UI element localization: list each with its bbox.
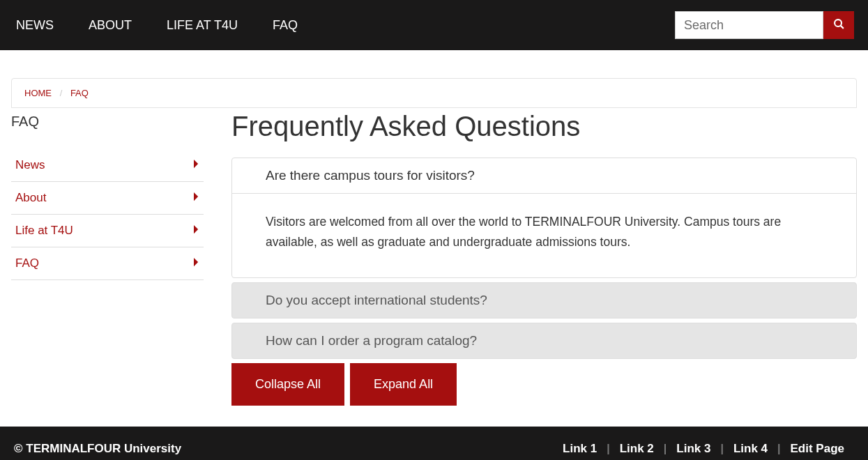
chevron-right-icon xyxy=(193,257,199,270)
accordion-header[interactable]: Do you accept international students? xyxy=(232,283,856,318)
footer-link-2[interactable]: Link 2 xyxy=(610,442,664,456)
chevron-right-icon xyxy=(193,159,199,171)
sidebar-item-label: News xyxy=(15,158,45,172)
footer-link-1[interactable]: Link 1 xyxy=(553,442,607,456)
accordion-header[interactable]: Are there campus tours for visitors? xyxy=(232,158,856,193)
nav-item-news[interactable]: NEWS xyxy=(16,18,54,33)
sidebar-item-news[interactable]: News xyxy=(11,149,204,182)
chevron-right-icon xyxy=(193,192,199,204)
breadcrumb-home[interactable]: HOME xyxy=(24,88,52,98)
sidebar-item-label: Life at T4U xyxy=(15,224,73,238)
chevron-right-icon xyxy=(193,224,199,237)
breadcrumb-sep: / xyxy=(60,88,63,98)
nav-item-about[interactable]: ABOUT xyxy=(89,18,132,33)
svg-line-1 xyxy=(840,26,843,29)
accordion-item-3: How can I order a program catalog? xyxy=(231,323,857,359)
nav-item-life[interactable]: LIFE AT T4U xyxy=(167,18,238,33)
main-layout: FAQ News About Life at T4U xyxy=(0,108,868,427)
search-icon xyxy=(833,18,845,32)
footer-copyright: © TERMINALFOUR University xyxy=(14,442,181,456)
sidebar-item-life[interactable]: Life at T4U xyxy=(11,215,204,247)
footer-link-4[interactable]: Link 4 xyxy=(724,442,777,456)
footer: © TERMINALFOUR University Link 1 | Link … xyxy=(0,427,868,460)
button-row: Collapse All Expand All xyxy=(231,363,857,406)
top-nav-items: NEWS ABOUT LIFE AT T4U FAQ xyxy=(14,18,298,33)
expand-all-button[interactable]: Expand All xyxy=(350,363,457,406)
search-button[interactable] xyxy=(823,11,854,39)
collapse-all-button[interactable]: Collapse All xyxy=(231,363,344,406)
breadcrumb: HOME / FAQ xyxy=(11,78,857,108)
sidebar: FAQ News About Life at T4U xyxy=(11,108,204,406)
accordion-header[interactable]: How can I order a program catalog? xyxy=(232,323,856,358)
sidebar-item-label: FAQ xyxy=(15,256,39,270)
sidebar-item-about[interactable]: About xyxy=(11,182,204,215)
nav-item-faq[interactable]: FAQ xyxy=(273,18,298,33)
page-title: Frequently Asked Questions xyxy=(231,111,857,142)
accordion-item-2: Do you accept international students? xyxy=(231,282,857,319)
sidebar-title: FAQ xyxy=(11,114,204,130)
search-wrap xyxy=(675,11,854,39)
sidebar-list: News About Life at T4U FAQ xyxy=(11,149,204,280)
breadcrumb-current[interactable]: FAQ xyxy=(70,88,89,98)
footer-link-3[interactable]: Link 3 xyxy=(667,442,720,456)
search-input[interactable] xyxy=(675,11,823,39)
top-nav: NEWS ABOUT LIFE AT T4U FAQ xyxy=(0,0,868,50)
accordion-item-1: Are there campus tours for visitors? Vis… xyxy=(231,158,857,278)
footer-link-edit[interactable]: Edit Page xyxy=(781,442,854,456)
sidebar-item-faq[interactable]: FAQ xyxy=(11,247,204,280)
main-content: Frequently Asked Questions Are there cam… xyxy=(231,108,857,406)
sidebar-item-label: About xyxy=(15,191,46,205)
svg-point-0 xyxy=(835,20,842,26)
accordion-body: Visitors are welcomed from all over the … xyxy=(232,193,856,277)
footer-links: Link 1 | Link 2 | Link 3 | Link 4 | Edit… xyxy=(553,442,854,456)
